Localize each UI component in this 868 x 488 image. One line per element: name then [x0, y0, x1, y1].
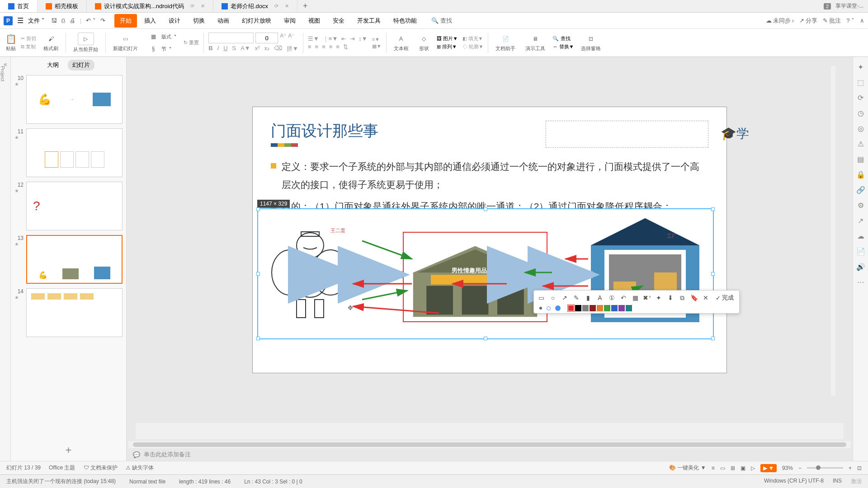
bullets-icon[interactable]: ☰▼: [308, 35, 319, 42]
zoom-level[interactable]: 93%: [782, 465, 793, 471]
present-tools-icon[interactable]: 🖥: [530, 33, 541, 44]
align-right-icon[interactable]: ≡: [322, 43, 326, 50]
ellipse-tool-icon[interactable]: ○: [547, 292, 558, 303]
menu-tab-review[interactable]: 审阅: [278, 14, 301, 28]
slide-counter[interactable]: 幻灯片 13 / 39: [6, 464, 41, 472]
select-pane-icon[interactable]: ⊡: [585, 33, 596, 44]
color-purple[interactable]: [618, 305, 625, 311]
sidebar-target-icon[interactable]: ◎: [856, 124, 865, 133]
help-icon[interactable]: ? ˅: [846, 17, 854, 24]
tab-doc-design[interactable]: 设计模式实战重构...ndroid代码 ⟳ ✕: [87, 0, 213, 12]
collapse-panel-icon[interactable]: «: [4, 61, 7, 68]
save-tool-icon[interactable]: 🔖: [689, 292, 699, 303]
columns-icon[interactable]: ▦▼: [372, 43, 382, 49]
sidebar-link-icon[interactable]: 🔗: [856, 185, 865, 194]
sidebar-settings-icon[interactable]: ⚙: [856, 201, 865, 210]
thumbnail-preview[interactable]: ?: [26, 182, 123, 230]
print-icon[interactable]: ⎙: [61, 17, 65, 24]
menu-tab-insert[interactable]: 插入: [139, 14, 161, 28]
menu-tab-start[interactable]: 开始: [114, 14, 137, 28]
notes-area[interactable]: 💬 单击此处添加备注: [127, 448, 853, 461]
thumbnail-item[interactable]: 10★ 💪→: [14, 75, 123, 124]
sidebar-sound-icon[interactable]: 🔊: [856, 262, 865, 271]
thumbnail-preview[interactable]: 💪→: [26, 75, 123, 124]
align-justify-icon[interactable]: ≡: [329, 43, 333, 50]
color-gray[interactable]: [582, 305, 589, 311]
assist-icon[interactable]: 📄: [500, 33, 511, 44]
slide-body-text[interactable]: 定义：要求一个子系统的外部与其内部的通信必须通过一个统一的对象进行，门面模式提供…: [271, 158, 708, 216]
line-spacing-icon[interactable]: ↕▼: [359, 35, 367, 42]
stroke-med-icon[interactable]: [547, 306, 551, 310]
star-tool-icon[interactable]: ✦: [653, 292, 664, 303]
activate-label[interactable]: 激活: [851, 478, 862, 485]
indent-inc-icon[interactable]: ⇥: [350, 35, 355, 42]
logo-placeholder[interactable]: [546, 121, 708, 148]
decrease-font-icon[interactable]: A⁻: [288, 33, 294, 43]
done-button[interactable]: ✓ 完成: [712, 294, 737, 302]
close-icon[interactable]: ⟳: [190, 3, 194, 9]
indent-dec-icon[interactable]: ⇤: [341, 35, 346, 42]
beautify-button[interactable]: 🎨 一键美化 ▼: [669, 464, 706, 472]
tab-doc-teacher[interactable]: 老师介绍.docx ⟳ ✕: [213, 0, 297, 12]
arrow-tool-icon[interactable]: ↗: [559, 292, 570, 303]
add-slide-button[interactable]: +: [11, 439, 126, 461]
new-slide-icon[interactable]: ▭: [120, 33, 131, 44]
search-field[interactable]: 🔍 查找: [431, 17, 452, 25]
hamburger-icon[interactable]: ☰: [17, 16, 24, 25]
menu-tab-features[interactable]: 特色功能: [388, 14, 422, 28]
sidebar-lock-icon[interactable]: 🔒: [856, 170, 865, 179]
copy-button[interactable]: ⧉ 复制: [21, 43, 36, 50]
numbering-icon[interactable]: ⋮≡▼: [323, 35, 338, 42]
missing-font-status[interactable]: ⚠ 缺失字体: [126, 464, 154, 472]
view-normal-icon[interactable]: ▭: [720, 465, 725, 471]
play-button[interactable]: ▶ ▼: [760, 464, 777, 472]
thumbnail-preview[interactable]: [26, 128, 123, 177]
undo-icon[interactable]: ↶ ˅: [86, 17, 96, 24]
notes-toggle-icon[interactable]: ≡: [712, 465, 715, 471]
replace-button[interactable]: ↔ 替换▼: [552, 43, 574, 50]
menu-tab-transition[interactable]: 切换: [188, 14, 210, 28]
stroke-small-icon[interactable]: [539, 307, 542, 310]
sidebar-doc-icon[interactable]: 📄: [856, 247, 865, 256]
view-reading-icon[interactable]: ▣: [741, 465, 745, 471]
file-menu[interactable]: 文件 ˅: [28, 17, 45, 25]
image-button[interactable]: 🖼 图片▼: [437, 35, 458, 42]
textbox-icon[interactable]: A: [396, 33, 406, 44]
color-red[interactable]: [568, 305, 574, 311]
vertical-scrollbar[interactable]: [831, 66, 835, 396]
super-button[interactable]: x²: [255, 45, 260, 53]
sidebar-clock-icon[interactable]: ◷: [856, 108, 865, 117]
thumbnail-preview-current[interactable]: 💪: [26, 235, 123, 284]
reset-button[interactable]: ↻ 重置: [184, 39, 199, 46]
view-sorter-icon[interactable]: ⊞: [731, 465, 735, 471]
font-color-button[interactable]: A▼: [241, 45, 250, 53]
pen-tool-icon[interactable]: ✎: [571, 292, 582, 303]
color-green[interactable]: [604, 305, 610, 311]
tab-home[interactable]: 首页: [0, 0, 38, 12]
text-tool-icon[interactable]: A: [594, 292, 605, 303]
color-black[interactable]: [575, 305, 581, 311]
marker-tool-icon[interactable]: ▮: [583, 292, 594, 303]
save-icon[interactable]: 🖫: [51, 17, 57, 24]
italic-button[interactable]: I: [217, 45, 219, 53]
tab-add-button[interactable]: +: [297, 1, 313, 11]
thumbnail-preview[interactable]: [26, 288, 123, 337]
font-family-select[interactable]: [208, 33, 254, 43]
horizontal-scrollbar[interactable]: [128, 441, 851, 448]
undo-tool-icon[interactable]: ↶: [618, 292, 629, 303]
clear-format-button[interactable]: ⌫: [274, 45, 282, 53]
close-icon[interactable]: ✕: [285, 3, 289, 9]
zoom-slider[interactable]: [807, 467, 843, 469]
play-icon[interactable]: ▷: [78, 33, 94, 45]
thumbnail-item[interactable]: 13★ 💪: [14, 235, 123, 284]
share-button[interactable]: ↗ 分享: [799, 17, 817, 25]
layout-icon[interactable]: ▦: [148, 31, 159, 42]
format-painter-icon[interactable]: 🖌: [46, 33, 57, 44]
theme-label[interactable]: Office 主题: [49, 464, 75, 472]
align-left-icon[interactable]: ≡: [308, 43, 311, 50]
align-distribute-icon[interactable]: ≡: [336, 43, 340, 50]
close-icon[interactable]: ⟳: [274, 3, 278, 9]
thumbnail-item[interactable]: 14★: [14, 288, 123, 337]
underline-button[interactable]: U: [223, 45, 227, 53]
zoom-out-icon[interactable]: −: [798, 465, 802, 471]
